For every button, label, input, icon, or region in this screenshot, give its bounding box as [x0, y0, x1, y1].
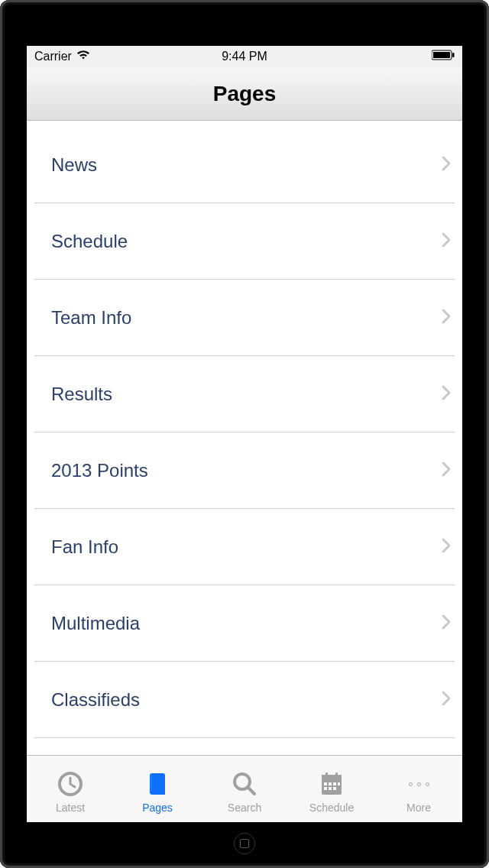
- list-item[interactable]: 2013 Points: [34, 432, 455, 509]
- tab-bar: LatestPagesSearchScheduleMore: [27, 755, 462, 822]
- chevron-right-icon: [441, 155, 452, 175]
- list-item[interactable]: Results: [34, 356, 455, 432]
- svg-rect-11: [324, 787, 327, 790]
- svg-rect-2: [452, 53, 455, 57]
- chevron-right-icon: [441, 614, 452, 633]
- wifi-icon: [76, 50, 90, 63]
- chevron-right-icon: [441, 232, 452, 251]
- tab-label: More: [406, 802, 431, 814]
- pages-list[interactable]: NewsScheduleTeam InfoResults2013 PointsF…: [27, 121, 462, 755]
- search-icon: [229, 769, 260, 799]
- book-icon: [142, 769, 173, 799]
- list-item-label: Fan Info: [51, 536, 118, 558]
- list-item[interactable]: Multimedia: [34, 585, 455, 662]
- svg-rect-10: [338, 782, 340, 785]
- chevron-right-icon: [441, 461, 452, 481]
- list-item-label: Multimedia: [51, 613, 140, 634]
- list-item[interactable]: Team Info: [34, 280, 455, 356]
- list-item-label: Team Info: [51, 307, 131, 329]
- svg-rect-12: [329, 787, 332, 790]
- carrier-label: Carrier: [34, 50, 72, 63]
- tab-more[interactable]: More: [375, 769, 462, 814]
- list-item[interactable]: Schedule: [34, 203, 455, 280]
- screen: Carrier 9:44 PM Pages NewsScheduleTeam I…: [27, 46, 462, 822]
- battery-icon: [432, 50, 455, 63]
- list-item[interactable]: News: [34, 127, 455, 203]
- home-button[interactable]: [234, 833, 255, 854]
- list-item-label: Classifieds: [51, 689, 140, 711]
- header: Pages: [27, 67, 462, 121]
- status-right: [432, 50, 455, 63]
- tab-schedule[interactable]: Schedule: [288, 769, 375, 814]
- svg-rect-1: [433, 52, 450, 58]
- calendar-icon: [316, 769, 347, 799]
- chevron-right-icon: [441, 308, 452, 328]
- page-title: Pages: [213, 82, 277, 106]
- list-item[interactable]: Fan Info: [34, 509, 455, 585]
- chevron-right-icon: [441, 384, 452, 404]
- svg-rect-7: [324, 782, 327, 785]
- device-frame: Carrier 9:44 PM Pages NewsScheduleTeam I…: [0, 0, 489, 868]
- svg-rect-15: [335, 772, 338, 777]
- status-bar: Carrier 9:44 PM: [27, 46, 462, 67]
- list-item-label: 2013 Points: [51, 460, 148, 481]
- tab-label: Schedule: [309, 802, 354, 814]
- chevron-right-icon: [441, 690, 452, 710]
- status-left: Carrier: [34, 50, 90, 63]
- more-icon: [403, 769, 434, 799]
- svg-rect-8: [329, 782, 332, 785]
- tab-label: Latest: [56, 802, 85, 814]
- svg-rect-13: [333, 787, 336, 790]
- clock-label: 9:44 PM: [222, 50, 267, 63]
- clock-icon: [55, 769, 86, 799]
- tab-pages[interactable]: Pages: [114, 769, 201, 814]
- chevron-right-icon: [441, 537, 452, 557]
- list-item-label: Results: [51, 384, 112, 405]
- svg-rect-14: [325, 772, 328, 777]
- svg-rect-6: [322, 775, 342, 780]
- tab-latest[interactable]: Latest: [27, 769, 114, 814]
- list-item[interactable]: Classifieds: [34, 662, 455, 738]
- svg-rect-9: [333, 782, 336, 785]
- tab-label: Pages: [142, 802, 173, 814]
- list-item-label: Schedule: [51, 231, 128, 252]
- list-item-label: News: [51, 154, 97, 176]
- tab-search[interactable]: Search: [201, 769, 288, 814]
- tab-label: Search: [228, 802, 261, 814]
